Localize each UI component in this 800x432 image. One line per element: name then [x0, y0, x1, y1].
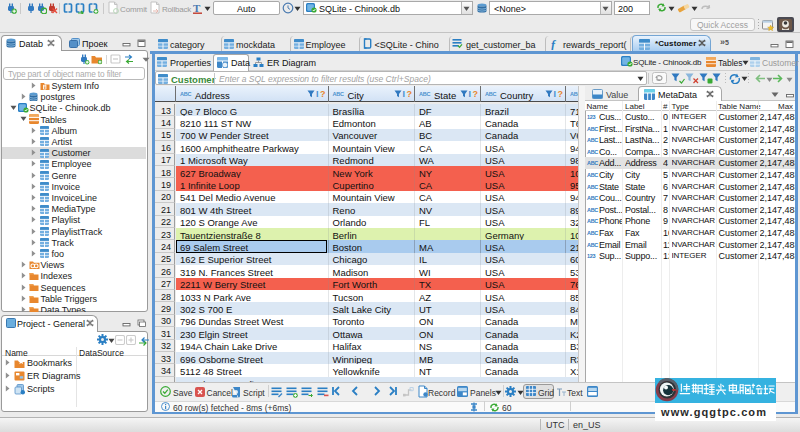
svg-text:T: T — [193, 2, 201, 14]
svg-text:f: f — [551, 38, 556, 50]
